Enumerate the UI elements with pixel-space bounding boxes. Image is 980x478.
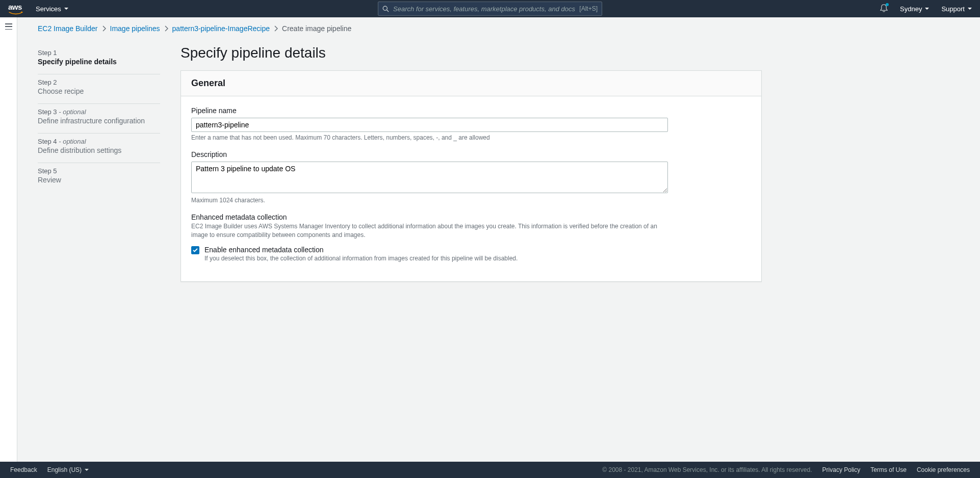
support-menu[interactable]: Support bbox=[941, 5, 972, 13]
breadcrumb: EC2 Image Builder Image pipelines patter… bbox=[17, 17, 980, 33]
chevron-right-icon bbox=[274, 25, 278, 32]
services-menu[interactable]: Services bbox=[36, 5, 68, 13]
page-body: i EC2 Image Builder Image pipelines patt… bbox=[0, 17, 980, 462]
step-title: Choose recipe bbox=[38, 87, 160, 95]
search-input[interactable] bbox=[389, 5, 579, 13]
step-number: Step 1 bbox=[38, 49, 160, 57]
pipeline-name-group: Pipeline name Enter a name that has not … bbox=[191, 107, 751, 141]
step-number: Step 4 - optional bbox=[38, 138, 160, 145]
panel-header: General bbox=[181, 71, 761, 96]
panel-heading: General bbox=[191, 78, 751, 89]
enhanced-desc: EC2 Image Builder uses AWS Systems Manag… bbox=[191, 222, 668, 240]
pipeline-name-label: Pipeline name bbox=[191, 107, 751, 115]
main-content: Specify pipeline details General Pipelin… bbox=[180, 45, 762, 282]
step-title: Specify pipeline details bbox=[38, 58, 160, 66]
wizard-step-2[interactable]: Step 2 Choose recipe bbox=[38, 74, 160, 104]
pipeline-name-hint: Enter a name that has not been used. Max… bbox=[191, 134, 751, 141]
region-selector[interactable]: Sydney bbox=[900, 5, 929, 13]
side-nav-toggle[interactable] bbox=[0, 17, 17, 462]
region-label: Sydney bbox=[900, 5, 922, 13]
aws-logo[interactable]: aws bbox=[8, 3, 23, 15]
hamburger-icon bbox=[5, 23, 12, 30]
step-title: Define infrastructure configuration bbox=[38, 117, 160, 125]
pipeline-name-input[interactable] bbox=[191, 118, 668, 132]
step-number: Step 3 - optional bbox=[38, 108, 160, 116]
svg-line-1 bbox=[387, 10, 389, 12]
main-scroll[interactable]: EC2 Image Builder Image pipelines patter… bbox=[17, 17, 980, 462]
breadcrumb-current: Create image pipeline bbox=[282, 24, 351, 33]
search-icon bbox=[382, 6, 389, 12]
description-label: Description bbox=[191, 150, 751, 158]
enhanced-checkbox-label: Enable enhanced metadata collection bbox=[204, 246, 518, 254]
page-title: Specify pipeline details bbox=[180, 45, 762, 61]
chevron-down-icon bbox=[968, 8, 972, 10]
check-icon bbox=[193, 248, 198, 252]
enhanced-metadata-group: Enhanced metadata collection EC2 Image B… bbox=[191, 213, 751, 262]
description-hint: Maximum 1024 characters. bbox=[191, 197, 751, 204]
search-box[interactable]: [Alt+S] bbox=[378, 2, 602, 16]
svg-point-0 bbox=[383, 6, 387, 10]
enhanced-checkbox-sub: If you deselect this box, the collection… bbox=[204, 255, 518, 262]
chevron-right-icon bbox=[102, 25, 106, 32]
chevron-right-icon bbox=[164, 25, 168, 32]
chevron-down-icon bbox=[64, 8, 68, 10]
wizard-step-3[interactable]: Step 3 - optional Define infrastructure … bbox=[38, 104, 160, 134]
wizard-nav: Step 1 Specify pipeline details Step 2 C… bbox=[38, 45, 160, 282]
enhanced-checkbox[interactable] bbox=[191, 246, 199, 254]
breadcrumb-link[interactable]: Image pipelines bbox=[110, 24, 160, 33]
wizard-step-4[interactable]: Step 4 - optional Define distribution se… bbox=[38, 134, 160, 163]
step-title: Define distribution settings bbox=[38, 146, 160, 154]
support-label: Support bbox=[941, 5, 965, 13]
breadcrumb-link[interactable]: pattern3-pipeline-ImageRecipe bbox=[172, 24, 270, 33]
step-number: Step 2 bbox=[38, 78, 160, 86]
top-nav: aws Services [Alt+S] Sydney Support bbox=[0, 0, 980, 17]
search-container: [Alt+S] bbox=[378, 2, 602, 16]
services-label: Services bbox=[36, 5, 61, 13]
general-panel: General Pipeline name Enter a name that … bbox=[180, 70, 762, 282]
notification-dot-icon bbox=[886, 3, 889, 6]
wizard-step-5[interactable]: Step 5 Review bbox=[38, 163, 160, 192]
notifications-button[interactable] bbox=[880, 4, 888, 14]
step-title: Review bbox=[38, 176, 160, 184]
description-input[interactable] bbox=[191, 162, 668, 193]
chevron-down-icon bbox=[925, 8, 929, 10]
step-number: Step 5 bbox=[38, 167, 160, 175]
wizard-step-1[interactable]: Step 1 Specify pipeline details bbox=[38, 45, 160, 74]
description-group: Description Maximum 1024 characters. bbox=[191, 150, 751, 204]
breadcrumb-link[interactable]: EC2 Image Builder bbox=[38, 24, 98, 33]
enhanced-label: Enhanced metadata collection bbox=[191, 213, 751, 221]
search-shortcut: [Alt+S] bbox=[579, 5, 598, 12]
